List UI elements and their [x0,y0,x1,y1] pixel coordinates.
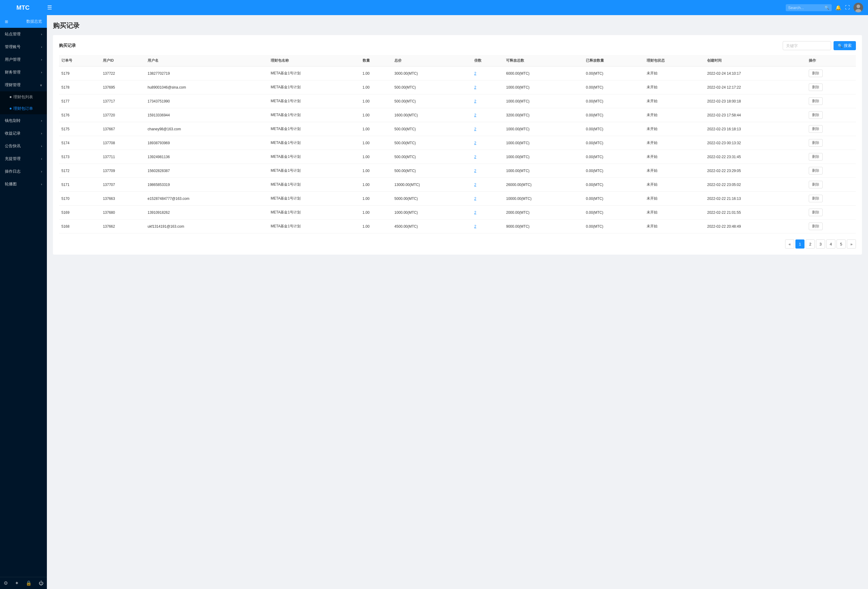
cell-status: 未开始 [644,164,705,178]
pagination-page-1[interactable]: 1 [796,239,805,248]
cell-releasable: 10000.00(MTC) [503,192,583,205]
sidebar-item-carousel[interactable]: 轮播图 › [0,178,47,190]
dot-icon [10,108,12,109]
cell-multiplier[interactable]: 2 [472,66,504,80]
cell-package: META基金1号计划 [268,136,360,150]
cell-status: 未开始 [644,178,705,192]
delete-button[interactable]: 删除 [809,111,823,119]
layout: ⊞ 数据总览 站点管理 › 管理账号 › 用户管理 › 财务管理 › 理财管理 … [0,15,868,589]
arrow-icon: › [41,32,42,36]
cell-released: 0.00(MTC) [583,220,644,233]
sidebar-item-users[interactable]: 用户管理 › [0,53,47,66]
sidebar-item-finance[interactable]: 财务管理 › [0,66,47,78]
cell-username: 15602828387 [145,164,268,178]
delete-button[interactable]: 删除 [809,97,823,105]
delete-button[interactable]: 删除 [809,181,823,188]
sub-item-wealth-list[interactable]: 理财包列表 [0,91,47,103]
cell-created: 2022-02-22 23:05:02 [705,178,806,192]
col-releasable: 可释放总数 [503,55,583,66]
cell-released: 0.00(MTC) [583,205,644,220]
cell-action: 删除 [806,108,856,122]
sidebar-item-oplog[interactable]: 操作日志 › [0,165,47,178]
header: MTC ☰ 🔍 🔔 ⛶ [0,0,868,15]
cell-multiplier[interactable]: 2 [472,178,504,192]
cell-username: 13827702719 [145,66,268,80]
pagination-next[interactable]: » [847,239,856,248]
cell-user-id: 137663 [100,192,145,205]
delete-button[interactable]: 删除 [809,153,823,161]
cell-qty: 1.00 [360,108,392,122]
sidebar-item-income[interactable]: 收益记录 › [0,127,47,140]
cell-order-id: 5168 [59,220,100,233]
delete-button[interactable]: 删除 [809,223,823,230]
cell-multiplier[interactable]: 2 [472,192,504,205]
delete-button[interactable]: 删除 [809,209,823,216]
pagination: « 1 2 3 4 5 » [59,239,856,248]
delete-button[interactable]: 删除 [809,167,823,174]
cell-releasable: 1000.00(MTC) [503,80,583,94]
cell-multiplier[interactable]: 2 [472,136,504,150]
cell-multiplier[interactable]: 2 [472,94,504,108]
fullscreen-icon[interactable]: ⛶ [845,5,850,10]
cell-user-id: 137711 [100,150,145,164]
avatar[interactable] [853,3,863,12]
table-row: 5172 137709 15602828387 META基金1号计划 1.00 … [59,164,856,178]
settings-icon[interactable]: ⚙ [4,580,8,586]
sidebar-item-accounts[interactable]: 管理账号 › [0,40,47,53]
cell-multiplier[interactable]: 2 [472,80,504,94]
sidebar-item-wallet[interactable]: 钱包划转 › [0,114,47,127]
cell-multiplier[interactable]: 2 [472,164,504,178]
cell-action: 删除 [806,80,856,94]
cell-user-id: 137709 [100,164,145,178]
col-action: 操作 [806,55,856,66]
cell-released: 0.00(MTC) [583,122,644,136]
delete-button[interactable]: 删除 [809,195,823,202]
sidebar-item-wealth[interactable]: 理财管理 ∨ [0,78,47,91]
cell-username: 17343751990 [145,94,268,108]
cell-qty: 1.00 [360,94,392,108]
cell-qty: 1.00 [360,122,392,136]
cell-order-id: 5170 [59,192,100,205]
cell-multiplier[interactable]: 2 [472,122,504,136]
cell-releasable: 2000.00(MTC) [503,205,583,220]
cell-released: 0.00(MTC) [583,108,644,122]
pagination-prev[interactable]: « [785,239,794,248]
cell-multiplier[interactable]: 2 [472,150,504,164]
pagination-page-5[interactable]: 5 [837,239,846,248]
cell-created: 2022-02-22 23:29:05 [705,164,806,178]
col-order-id: 订单号 [59,55,100,66]
wealth-list-label: 理财包列表 [13,94,33,100]
delete-button[interactable]: 删除 [809,69,823,77]
pagination-page-3[interactable]: 3 [816,239,825,248]
sub-item-wealth-order[interactable]: 理财包订单 [0,103,47,114]
cell-order-id: 5169 [59,205,100,220]
cell-multiplier[interactable]: 2 [472,220,504,233]
sidebar-item-dashboard[interactable]: ⊞ 数据总览 [0,15,47,28]
cell-multiplier[interactable]: 2 [472,108,504,122]
sidebar: ⊞ 数据总览 站点管理 › 管理账号 › 用户管理 › 财务管理 › 理财管理 … [0,15,47,589]
sidebar-item-site[interactable]: 站点管理 › [0,28,47,40]
star-icon[interactable]: ✦ [15,580,19,586]
cell-releasable: 1000.00(MTC) [503,164,583,178]
keyword-input[interactable] [783,41,831,50]
cell-released: 0.00(MTC) [583,136,644,150]
delete-button[interactable]: 删除 [809,83,823,91]
accounts-label: 管理账号 [5,44,21,50]
delete-button[interactable]: 删除 [809,139,823,147]
sidebar-item-recharge[interactable]: 充提管理 › [0,152,47,165]
logo: MTC [5,4,41,11]
notification-icon[interactable]: 🔔 [836,5,841,10]
pagination-page-4[interactable]: 4 [826,239,836,248]
cell-multiplier[interactable]: 2 [472,205,504,220]
header-search-input[interactable] [788,6,824,10]
arrow-icon: › [41,45,42,49]
arrow-icon: › [41,183,42,186]
delete-button[interactable]: 删除 [809,125,823,133]
search-button[interactable]: 🔍 搜索 [834,41,856,50]
cell-qty: 1.00 [360,178,392,192]
menu-icon[interactable]: ☰ [47,4,52,11]
pagination-page-2[interactable]: 2 [806,239,815,248]
lock-icon[interactable]: 🔒 [26,580,32,586]
sidebar-item-notice[interactable]: 公告快讯 › [0,140,47,152]
power-icon[interactable]: ⏻ [39,580,44,586]
